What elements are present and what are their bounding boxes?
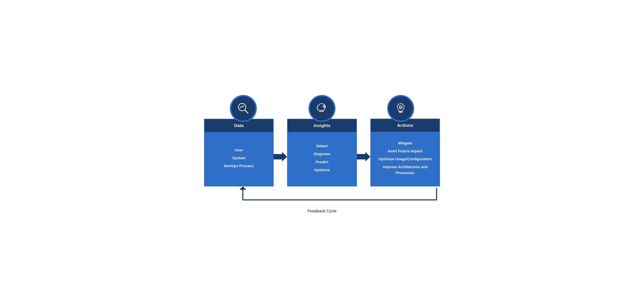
insights-panel: Insights Detect Diagnose Predict Optimiz… <box>287 119 357 186</box>
actions-header-text: Actions <box>397 123 413 128</box>
feedback-label: Feedback Cycle <box>204 209 440 213</box>
actions-panel-body: Mitigate Avert Future Impact Optimize Us… <box>371 132 440 186</box>
actions-circle-icon <box>387 95 414 122</box>
right-arrow-2-svg <box>357 152 370 161</box>
diagram-wrapper: Data User System DevOps Process Insights… <box>204 92 440 214</box>
svg-line-29 <box>398 103 399 104</box>
actions-item-2: Optimize Usage/Configuration <box>378 156 432 162</box>
insights-panel-body: Detect Diagnose Predict Optimize <box>288 132 356 186</box>
actions-item-1: Avert Future Impact <box>388 148 422 154</box>
actions-item-0: Mitigate <box>398 140 412 146</box>
svg-line-1 <box>245 110 248 113</box>
insights-circle-icon <box>308 95 336 122</box>
svg-point-17 <box>400 107 401 108</box>
insights-header-text: Insights <box>314 123 330 128</box>
data-header-text: Data <box>234 123 244 128</box>
svg-line-25 <box>399 108 400 109</box>
feedback-arrow-container <box>204 186 440 207</box>
svg-marker-31 <box>274 152 287 161</box>
data-circle-icon <box>230 95 257 122</box>
svg-marker-32 <box>357 152 370 161</box>
data-icon-slot <box>204 92 283 119</box>
insights-icon-slot <box>283 92 362 119</box>
svg-line-28 <box>404 105 404 106</box>
insights-item-0: Detect <box>316 143 328 149</box>
insights-item-3: Optimize <box>314 167 330 173</box>
data-item-2: DevOps Process <box>224 163 254 169</box>
insights-item-1: Diagnose <box>314 151 330 157</box>
arrow-data-to-insights <box>274 152 287 161</box>
insights-item-2: Predict <box>316 159 328 165</box>
svg-line-24 <box>402 106 402 106</box>
feedback-row: Feedback Cycle <box>204 186 440 213</box>
search-chart-icon <box>236 102 250 115</box>
panels-row: Data User System DevOps Process Insights… <box>204 119 440 187</box>
svg-point-3 <box>324 106 325 107</box>
feedback-arrow-svg <box>204 186 440 207</box>
data-panel-body: User System DevOps Process <box>204 132 273 186</box>
svg-line-30 <box>397 105 398 106</box>
actions-panel: Actions Mitigate Avert Future Impact Opt… <box>370 119 440 187</box>
svg-marker-36 <box>240 186 246 190</box>
right-arrow-1-svg <box>274 152 287 161</box>
svg-line-23 <box>402 108 402 109</box>
lightbulb-gear-icon <box>394 102 408 115</box>
actions-icon-slot <box>361 92 440 119</box>
icons-row <box>204 92 440 119</box>
data-item-0: User <box>235 147 243 153</box>
actions-item-3: Improve Architecture and Processes <box>374 164 436 176</box>
svg-line-10 <box>318 108 318 109</box>
svg-line-27 <box>403 103 403 104</box>
brain-gear-icon <box>315 102 329 115</box>
arrow-insights-to-actions <box>357 152 370 161</box>
svg-line-22 <box>399 106 400 106</box>
data-item-1: System <box>232 155 246 161</box>
data-panel: Data User System DevOps Process <box>204 119 274 186</box>
